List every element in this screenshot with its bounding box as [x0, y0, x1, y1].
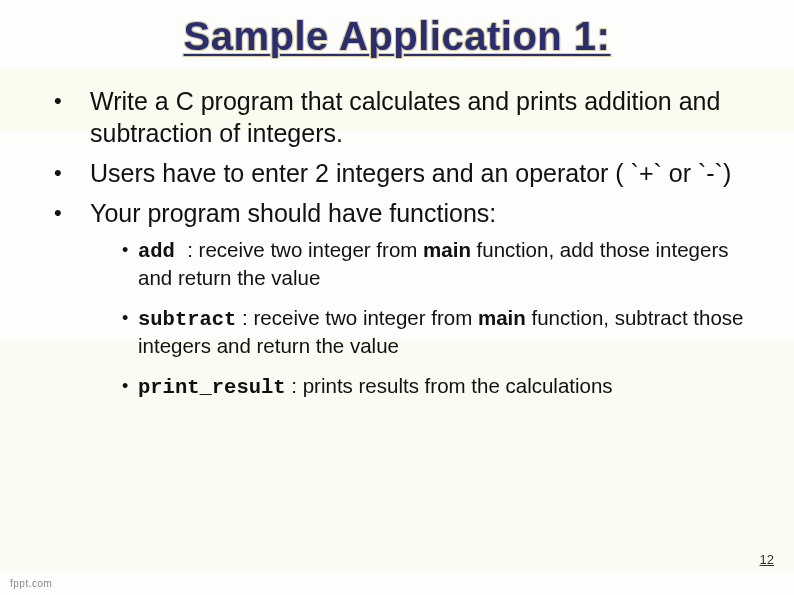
code-name: print_result	[138, 376, 286, 399]
sub-bullet-item: • subtract : receive two integer from ma…	[122, 305, 750, 359]
slide-title: Sample Application 1:	[44, 14, 750, 59]
sub-bullet-text: add : receive two integer from main func…	[138, 237, 750, 291]
bullet-dot: •	[122, 373, 138, 401]
footer-brand: fppt.com	[10, 578, 52, 589]
bullet-dot: •	[54, 157, 82, 189]
bullet-item: • Your program should have functions:	[54, 197, 750, 229]
bullet-dot: •	[54, 85, 82, 149]
slide-content: Sample Application 1: • Write a C progra…	[0, 0, 794, 595]
bullet-item: • Write a C program that calculates and …	[54, 85, 750, 149]
sub-bullet-text: subtract : receive two integer from main…	[138, 305, 750, 359]
code-name: subtract	[138, 308, 236, 331]
bullet-dot: •	[54, 197, 82, 229]
sub-bullet-item: • add : receive two integer from main fu…	[122, 237, 750, 291]
page-number: 12	[760, 552, 774, 567]
bullet-dot: •	[122, 237, 138, 291]
bullet-text: Your program should have functions:	[82, 197, 496, 229]
bullet-text: Write a C program that calculates and pr…	[82, 85, 750, 149]
code-name: add	[138, 240, 187, 263]
main-bullet-list: • Write a C program that calculates and …	[44, 85, 750, 229]
bullet-text: Users have to enter 2 integers and an op…	[82, 157, 731, 189]
sub-bullet-list: • add : receive two integer from main fu…	[44, 237, 750, 401]
sub-bullet-text: print_result : prints results from the c…	[138, 373, 613, 401]
sub-bullet-item: • print_result : prints results from the…	[122, 373, 750, 401]
bullet-dot: •	[122, 305, 138, 359]
bullet-item: • Users have to enter 2 integers and an …	[54, 157, 750, 189]
